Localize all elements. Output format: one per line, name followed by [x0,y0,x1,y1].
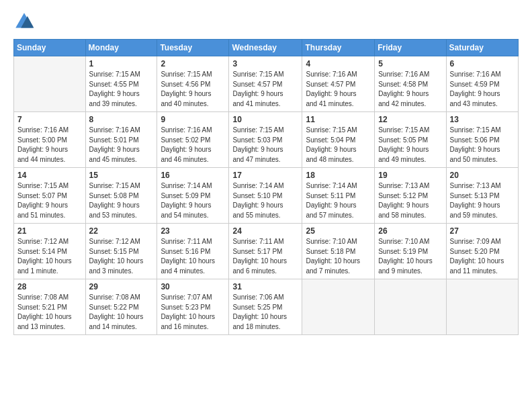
day-number: 9 [161,115,225,124]
day-cell: 28Sunrise: 7:08 AMSunset: 5:21 PMDayligh… [14,279,86,335]
day-number: 6 [450,59,515,68]
day-number: 29 [89,282,154,291]
day-number: 5 [378,59,442,68]
day-number: 4 [306,59,371,68]
day-cell: 31Sunrise: 7:06 AMSunset: 5:25 PMDayligh… [229,279,302,335]
day-cell: 29Sunrise: 7:08 AMSunset: 5:22 PMDayligh… [85,279,157,335]
day-cell: 20Sunrise: 7:13 AMSunset: 5:13 PMDayligh… [446,168,518,224]
day-info: Sunrise: 7:16 AMSunset: 5:01 PMDaylight:… [89,126,154,165]
day-info: Sunrise: 7:15 AMSunset: 4:55 PMDaylight:… [89,70,154,109]
day-info: Sunrise: 7:15 AMSunset: 5:03 PMDaylight:… [232,126,298,165]
day-number: 2 [161,59,225,68]
day-header-sunday: Sunday [14,40,86,56]
day-info: Sunrise: 7:13 AMSunset: 5:12 PMDaylight:… [378,181,442,220]
day-cell: 2Sunrise: 7:15 AMSunset: 4:56 PMDaylight… [157,56,229,112]
day-cell: 13Sunrise: 7:15 AMSunset: 5:06 PMDayligh… [446,112,518,168]
day-info: Sunrise: 7:09 AMSunset: 5:20 PMDaylight:… [450,237,515,276]
day-cell: 4Sunrise: 7:16 AMSunset: 4:57 PMDaylight… [302,56,375,112]
day-number: 27 [450,226,515,236]
logo-icon [13,11,35,32]
day-cell: 24Sunrise: 7:11 AMSunset: 5:17 PMDayligh… [229,224,302,279]
day-cell: 1Sunrise: 7:15 AMSunset: 4:55 PMDaylight… [85,56,157,112]
week-row-3: 21Sunrise: 7:12 AMSunset: 5:14 PMDayligh… [14,224,519,279]
day-number: 12 [378,115,442,124]
day-info: Sunrise: 7:08 AMSunset: 5:21 PMDaylight:… [17,293,82,332]
day-cell [375,279,446,335]
day-info: Sunrise: 7:15 AMSunset: 5:06 PMDaylight:… [450,126,515,165]
day-number: 13 [450,115,515,124]
day-number: 3 [232,59,298,68]
day-info: Sunrise: 7:16 AMSunset: 5:02 PMDaylight:… [161,126,225,165]
day-info: Sunrise: 7:14 AMSunset: 5:11 PMDaylight:… [306,181,371,220]
day-cell: 23Sunrise: 7:11 AMSunset: 5:16 PMDayligh… [157,224,229,279]
day-cell: 11Sunrise: 7:15 AMSunset: 5:04 PMDayligh… [302,112,375,168]
day-cell: 10Sunrise: 7:15 AMSunset: 5:03 PMDayligh… [229,112,302,168]
day-info: Sunrise: 7:08 AMSunset: 5:22 PMDaylight:… [89,293,154,332]
day-number: 7 [17,115,82,124]
day-info: Sunrise: 7:06 AMSunset: 5:25 PMDaylight:… [232,293,298,332]
day-number: 19 [378,171,442,180]
day-cell [14,56,86,112]
header [13,11,519,32]
day-number: 21 [17,226,82,236]
day-info: Sunrise: 7:14 AMSunset: 5:09 PMDaylight:… [161,181,225,220]
day-cell: 21Sunrise: 7:12 AMSunset: 5:14 PMDayligh… [14,224,86,279]
day-info: Sunrise: 7:15 AMSunset: 5:05 PMDaylight:… [378,126,442,165]
day-cell: 26Sunrise: 7:10 AMSunset: 5:19 PMDayligh… [375,224,446,279]
week-row-0: 1Sunrise: 7:15 AMSunset: 4:55 PMDaylight… [14,56,519,112]
calendar-header-row: SundayMondayTuesdayWednesdayThursdayFrid… [14,40,519,56]
day-info: Sunrise: 7:15 AMSunset: 5:04 PMDaylight:… [306,126,371,165]
week-row-4: 28Sunrise: 7:08 AMSunset: 5:21 PMDayligh… [14,279,519,335]
day-info: Sunrise: 7:10 AMSunset: 5:18 PMDaylight:… [306,237,371,276]
day-info: Sunrise: 7:16 AMSunset: 4:58 PMDaylight:… [378,70,442,109]
calendar: SundayMondayTuesdayWednesdayThursdayFrid… [13,39,519,335]
day-number: 11 [306,115,371,124]
day-cell: 25Sunrise: 7:10 AMSunset: 5:18 PMDayligh… [302,224,375,279]
day-info: Sunrise: 7:14 AMSunset: 5:10 PMDaylight:… [232,181,298,220]
day-header-thursday: Thursday [302,40,375,56]
day-number: 16 [161,171,225,180]
day-cell: 30Sunrise: 7:07 AMSunset: 5:23 PMDayligh… [157,279,229,335]
day-number: 14 [17,171,82,180]
day-cell: 9Sunrise: 7:16 AMSunset: 5:02 PMDaylight… [157,112,229,168]
day-cell: 16Sunrise: 7:14 AMSunset: 5:09 PMDayligh… [157,168,229,224]
day-cell: 27Sunrise: 7:09 AMSunset: 5:20 PMDayligh… [446,224,518,279]
day-number: 23 [161,226,225,236]
day-cell: 18Sunrise: 7:14 AMSunset: 5:11 PMDayligh… [302,168,375,224]
day-header-saturday: Saturday [446,40,518,56]
day-info: Sunrise: 7:07 AMSunset: 5:23 PMDaylight:… [161,293,225,332]
day-number: 8 [89,115,154,124]
day-cell: 17Sunrise: 7:14 AMSunset: 5:10 PMDayligh… [229,168,302,224]
day-cell: 8Sunrise: 7:16 AMSunset: 5:01 PMDaylight… [85,112,157,168]
day-info: Sunrise: 7:11 AMSunset: 5:16 PMDaylight:… [161,237,225,276]
day-cell: 19Sunrise: 7:13 AMSunset: 5:12 PMDayligh… [375,168,446,224]
page: SundayMondayTuesdayWednesdayThursdayFrid… [0,0,532,342]
day-number: 17 [232,171,298,180]
day-number: 26 [378,226,442,236]
day-number: 20 [450,171,515,180]
day-info: Sunrise: 7:13 AMSunset: 5:13 PMDaylight:… [450,181,515,220]
day-cell: 12Sunrise: 7:15 AMSunset: 5:05 PMDayligh… [375,112,446,168]
day-cell: 14Sunrise: 7:15 AMSunset: 5:07 PMDayligh… [14,168,86,224]
day-info: Sunrise: 7:12 AMSunset: 5:14 PMDaylight:… [17,237,82,276]
day-header-friday: Friday [375,40,446,56]
day-info: Sunrise: 7:15 AMSunset: 5:07 PMDaylight:… [17,181,82,220]
day-number: 22 [89,226,154,236]
day-cell [302,279,375,335]
day-cell: 5Sunrise: 7:16 AMSunset: 4:58 PMDaylight… [375,56,446,112]
day-number: 25 [306,226,371,236]
day-info: Sunrise: 7:15 AMSunset: 4:57 PMDaylight:… [232,70,298,109]
day-info: Sunrise: 7:11 AMSunset: 5:17 PMDaylight:… [232,237,298,276]
day-cell: 3Sunrise: 7:15 AMSunset: 4:57 PMDaylight… [229,56,302,112]
day-cell: 7Sunrise: 7:16 AMSunset: 5:00 PMDaylight… [14,112,86,168]
day-number: 18 [306,171,371,180]
day-number: 31 [232,282,298,291]
day-info: Sunrise: 7:10 AMSunset: 5:19 PMDaylight:… [378,237,442,276]
day-info: Sunrise: 7:16 AMSunset: 5:00 PMDaylight:… [17,126,82,165]
week-row-1: 7Sunrise: 7:16 AMSunset: 5:00 PMDaylight… [14,112,519,168]
day-info: Sunrise: 7:16 AMSunset: 4:59 PMDaylight:… [450,70,515,109]
day-cell: 6Sunrise: 7:16 AMSunset: 4:59 PMDaylight… [446,56,518,112]
day-cell [446,279,518,335]
day-header-wednesday: Wednesday [229,40,302,56]
logo [13,11,38,32]
